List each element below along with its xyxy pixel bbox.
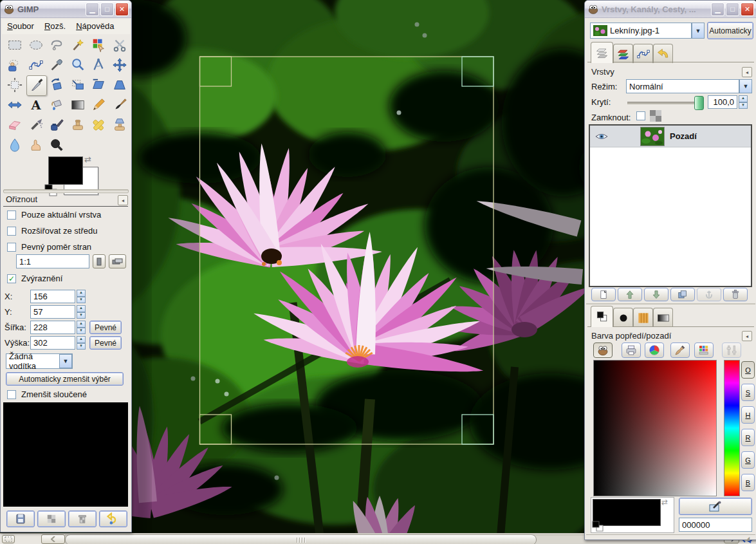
tab-gradients[interactable] (653, 308, 673, 327)
tool-eraser[interactable] (5, 115, 24, 135)
printer-selector-button[interactable] (622, 342, 641, 358)
current-color-widget[interactable]: ⇄ (591, 497, 674, 533)
tool-perspective[interactable] (110, 75, 129, 95)
chevron-down-icon[interactable]: ▼ (59, 354, 72, 368)
guides-dropdown[interactable]: Žádná vodítka ▼ (6, 353, 73, 369)
tool-shear[interactable] (89, 75, 108, 95)
tool-dodge-burn[interactable] (47, 135, 66, 155)
tool-rotate[interactable] (47, 75, 66, 95)
portrait-orientation-button[interactable] (93, 254, 106, 268)
hue-strip[interactable] (724, 360, 740, 496)
checkbox[interactable] (7, 211, 16, 220)
close-button[interactable]: ✕ (741, 3, 754, 16)
tab-channels[interactable] (613, 44, 633, 63)
tab-paths[interactable] (633, 44, 653, 63)
chevron-down-icon[interactable]: ▼ (739, 79, 752, 93)
layers-dialog-titlebar[interactable]: Vrstvy, Kanály, Cesty, ... ▁ □ ✕ (585, 1, 756, 18)
menu-soubor[interactable]: Soubor (2, 19, 39, 34)
channel-o-button[interactable]: O (741, 361, 755, 379)
tool-paths[interactable] (26, 55, 46, 75)
layer-list[interactable]: Pozadí (589, 124, 752, 287)
toolbox-titlebar[interactable]: GIMP ▁ □ ✕ (1, 1, 131, 18)
saturation-value-square[interactable] (593, 360, 717, 496)
watercolor-selector-button[interactable] (670, 342, 690, 358)
quick-mask-toggle[interactable] (2, 535, 15, 543)
shrink-merged-checkbox[interactable] (7, 390, 16, 399)
maximize-button[interactable]: □ (726, 3, 739, 16)
shrink-merged-checkbox-row[interactable]: Zmenšit sloučené (7, 389, 87, 399)
menu-npovda[interactable]: Nápověda (71, 19, 119, 34)
color-wheel-selector-button[interactable] (645, 342, 664, 358)
delete-options-button[interactable] (68, 511, 97, 527)
swap-colors-icon[interactable]: ⇄ (84, 155, 91, 164)
fixed-button[interactable]: Pevné (89, 336, 122, 350)
landscape-orientation-button[interactable] (109, 254, 126, 268)
layer-name[interactable]: Pozadí (670, 131, 697, 141)
crop-y-input[interactable]: 57 (30, 305, 75, 319)
spinner[interactable]: ▲▼ (77, 321, 86, 334)
image-selector-dropdown[interactable]: Lekníny.jpg-1 (590, 23, 692, 39)
hex-color-input[interactable]: 000000 (679, 518, 752, 532)
tool-ink[interactable] (47, 115, 66, 135)
opacity-slider-thumb[interactable] (694, 96, 704, 110)
tool-bucket-fill[interactable] (47, 95, 66, 115)
channel-b-button[interactable]: B (741, 474, 755, 491)
spinner[interactable]: ▲▼ (77, 336, 86, 350)
checkbox[interactable] (7, 227, 16, 236)
tab-fg-bg-color[interactable] (591, 306, 613, 327)
crop-výška-input[interactable]: 302 (30, 336, 75, 350)
tool-color-picker[interactable] (47, 55, 66, 75)
tool-options-collapse-button[interactable]: ◂ (118, 195, 128, 205)
duplicate-layer-button[interactable] (670, 288, 695, 301)
maximize-button[interactable]: □ (100, 3, 114, 16)
tool-gradient[interactable] (68, 95, 88, 115)
opacity-spinner[interactable]: ▲▼ (739, 95, 748, 109)
minimize-button[interactable]: ▁ (711, 3, 724, 16)
lock-alpha-checkbox[interactable] (636, 111, 645, 120)
spinner[interactable]: ▲▼ (77, 290, 86, 303)
tool-smudge[interactable] (26, 135, 46, 155)
tool-fuzzy-select[interactable] (68, 35, 88, 55)
tool-zoom[interactable] (68, 55, 88, 75)
reset-options-button[interactable] (99, 511, 127, 527)
tool-measure[interactable] (89, 55, 108, 75)
spinner[interactable]: ▲▼ (77, 305, 86, 319)
tool-align[interactable] (5, 75, 24, 95)
menu-roz[interactable]: Rozš. (39, 19, 71, 34)
foreground-color-swatch[interactable] (48, 156, 83, 185)
tool-blur-sharpen[interactable] (5, 135, 24, 155)
resize-grip[interactable]: ◢ (746, 536, 750, 541)
layers-panel-collapse-button[interactable]: ◂ (742, 67, 752, 77)
channel-g-button[interactable]: G (741, 451, 755, 469)
crop-šířka-input[interactable]: 228 (30, 321, 75, 334)
palette-selector-button[interactable] (694, 342, 714, 358)
tool-pencil[interactable] (89, 95, 108, 115)
tool-foreground-select[interactable] (5, 55, 24, 75)
tool-move[interactable] (110, 55, 129, 75)
scroll-left-button[interactable] (41, 534, 65, 544)
tool-airbrush[interactable] (26, 115, 46, 135)
tool-flip[interactable] (5, 95, 24, 115)
aspect-ratio-input[interactable]: 1:1 (16, 254, 89, 268)
default-colors-icon[interactable] (592, 521, 605, 534)
lower-layer-button[interactable] (644, 288, 668, 301)
close-button[interactable]: ✕ (115, 3, 129, 16)
crop-checkbox-row[interactable]: Rozšiřovat ze středu (7, 226, 98, 236)
tool-text[interactable]: A (26, 95, 46, 115)
tool-clone[interactable] (68, 115, 88, 135)
tool-scale[interactable] (68, 75, 88, 95)
gimp-selector-button[interactable] (593, 342, 613, 358)
auto-shrink-button[interactable]: Automaticky zmenšit výběr (6, 372, 124, 386)
crop-checkbox-row[interactable]: Pouze aktuální vrstva (7, 210, 101, 220)
anchor-layer-button[interactable] (697, 288, 721, 301)
crop-checkbox-row[interactable]: Pevný poměr stran (7, 242, 91, 252)
layer-thumbnail[interactable] (640, 127, 665, 146)
tool-paintbrush[interactable] (110, 95, 129, 115)
opacity-value-input[interactable]: 100,0 (708, 95, 737, 109)
highlight-checkbox[interactable]: ✓ (7, 274, 16, 283)
swap-colors-icon[interactable]: ⇄ (661, 498, 668, 507)
tab-brushes[interactable] (613, 308, 633, 327)
checkbox[interactable] (7, 243, 16, 252)
delete-layer-button[interactable] (723, 288, 748, 301)
raise-layer-button[interactable] (618, 288, 642, 301)
